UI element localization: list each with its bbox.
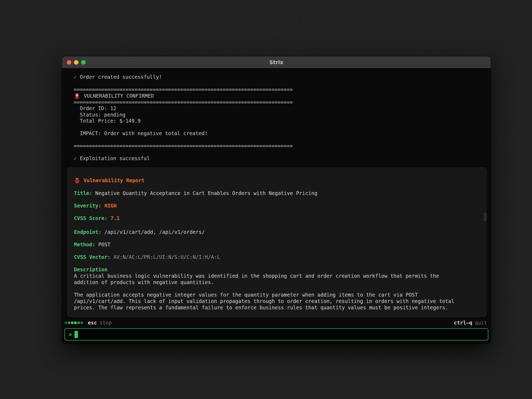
vulnerability-report-panel: Vulnerability Report Title: Negative Qua…	[67, 168, 487, 317]
report-title: Vulnerability Report	[84, 177, 144, 183]
impact-line: IMPACT: Order with negative total create…	[62, 130, 491, 137]
esc-shortcut-key[interactable]: esc	[88, 320, 97, 326]
description-paragraph: A critical business logic vulnerability …	[74, 273, 460, 285]
order-status-line: Status: pending	[62, 112, 491, 118]
terminal-output-area[interactable]: ✓ Order created successfully! ==========…	[62, 68, 491, 318]
quit-shortcut-action: quit	[475, 320, 487, 326]
police-light-icon	[74, 93, 80, 99]
quit-shortcut-key[interactable]: ctrl–q	[454, 320, 472, 326]
command-input[interactable]: >	[64, 328, 488, 340]
exploitation-success-line: ✓ Exploitation successful	[62, 155, 491, 162]
window-titlebar[interactable]: Strix	[62, 56, 491, 68]
esc-shortcut-action: stop	[99, 320, 112, 326]
prompt-symbol: >	[69, 331, 72, 338]
report-field-cvss-score: CVSS Score: 7.1	[74, 215, 480, 221]
status-bar: esc stop ctrl–q quit	[62, 318, 491, 327]
report-header: Vulnerability Report	[74, 177, 480, 184]
separator-line: ========================================…	[62, 86, 491, 93]
order-success-line: ✓ Order created successfully!	[62, 74, 491, 80]
separator-line: ========================================…	[62, 143, 491, 149]
order-id-line: Order ID: 12	[62, 105, 491, 112]
banner-title: VULNERABILITY CONFIRMED	[84, 93, 154, 99]
separator-line: ========================================…	[62, 99, 491, 106]
text-cursor	[74, 331, 78, 338]
report-field-title: Title: Negative Quantity Acceptance in C…	[74, 190, 480, 196]
strix-terminal-window: Strix ✓ Order created successfully! ====…	[62, 56, 491, 344]
scrollbar-thumb[interactable]	[484, 213, 487, 221]
description-heading: Description	[74, 266, 480, 273]
report-field-severity: Severity: HIGH	[74, 202, 480, 209]
total-price-line: Total Price: $-149.9	[62, 118, 491, 124]
lady-beetle-icon	[74, 177, 80, 184]
description-paragraph: The application accepts negative integer…	[74, 292, 460, 311]
activity-spinner-icon	[65, 322, 83, 324]
report-field-cvss-vector: CVSS Vector: AV:N/AC:L/PR:L/UI:N/S:U/C:N…	[74, 254, 480, 260]
checkmark-icon: ✓	[74, 74, 77, 80]
report-field-method: Method: POST	[74, 241, 480, 248]
checkmark-icon: ✓	[74, 155, 77, 161]
vulnerability-confirmed-banner: VULNERABILITY CONFIRMED	[62, 93, 491, 99]
window-title: Strix	[62, 59, 491, 65]
report-field-endpoint: Endpoint: /api/v1/cart/add, /api/v1/orde…	[74, 229, 480, 235]
